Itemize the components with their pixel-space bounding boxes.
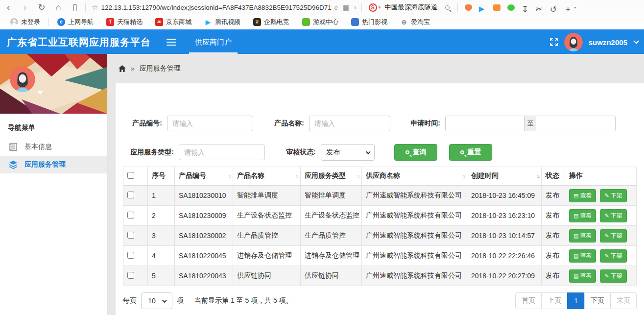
play-icon[interactable]: ▶ [477, 2, 488, 13]
address-bar[interactable]: 122.13.1.153:12790/wc/index;jsessionid=F… [101, 4, 331, 11]
search-icon[interactable] [445, 5, 450, 10]
bookmark-jd[interactable]: JD 京东商城 [149, 15, 198, 29]
username[interactable]: suwzn2005 [589, 38, 627, 47]
login-status[interactable]: 未登录 [4, 15, 47, 29]
bookmark-penguin-esports[interactable]: ♛ 企鹅电竞 [247, 15, 296, 29]
actions-cell: ▤查看✎下架 [565, 226, 637, 246]
column-header[interactable]: 供应商名称 ↑↓ [362, 167, 467, 186]
scissors-icon[interactable]: ✂ [534, 2, 545, 13]
next-page-button[interactable]: 下页 [584, 292, 611, 309]
last-page-button[interactable]: 末页 [610, 292, 637, 309]
bookmark-tmall[interactable]: T 天猫精选 [100, 15, 149, 29]
undo-icon[interactable]: ↺ [548, 2, 559, 13]
undo-caret-icon[interactable]: ▾ [574, 5, 576, 10]
sort-icon[interactable]: ↑↓ [536, 173, 539, 179]
pagination-summary: 当前显示第 1 至 5 项，共 5 项。 [194, 296, 293, 305]
column-header[interactable]: 操作 ↑↓ [565, 167, 637, 186]
forward-icon[interactable]: › [17, 0, 33, 15]
chat-icon[interactable] [505, 2, 516, 13]
row-checkbox[interactable] [127, 272, 134, 279]
takedown-button[interactable]: ✎下架 [600, 229, 626, 242]
game-icon[interactable] [463, 2, 474, 13]
product-code-input[interactable] [167, 116, 253, 131]
qr-code-icon[interactable]: ▦ [343, 3, 349, 11]
view-button[interactable]: ▤查看 [569, 189, 596, 202]
search-engine-caret-icon[interactable]: ▾ [379, 5, 381, 10]
apply-time-start-input[interactable] [445, 116, 525, 131]
pencil-icon: ✎ [604, 273, 609, 279]
avatar-caret-icon[interactable] [37, 91, 43, 95]
search-engine-icon[interactable]: S [369, 3, 377, 12]
takedown-button[interactable]: ✎下架 [600, 189, 626, 202]
sidebar-avatar[interactable] [10, 67, 35, 92]
column-label: 产品编号 [179, 171, 206, 179]
reset-button[interactable]: 重置 [449, 144, 492, 161]
service-type-input[interactable] [179, 145, 265, 160]
row-checkbox[interactable] [127, 252, 134, 259]
bookmark-game-center[interactable]: 游戏中心 [296, 15, 345, 29]
bookmark-wangdaohang[interactable]: e 上网导航 [51, 15, 100, 29]
status-cell: 发布 [542, 206, 565, 226]
main-content: » 应用服务管理 产品编号: 产品名称: 申请时间: 至 应用服务类型: [108, 54, 644, 315]
plus-icon[interactable]: ＋ [562, 2, 573, 13]
view-button[interactable]: ▤查看 [569, 249, 596, 263]
view-button[interactable]: ▤查看 [569, 269, 596, 283]
current-page-button[interactable]: 1 [567, 292, 585, 309]
column-header[interactable]: 产品编号 ↑↓ [175, 167, 233, 186]
user-menu-caret-icon[interactable] [633, 38, 639, 44]
tab-supplier-portal[interactable]: 供应商门户 [189, 30, 238, 54]
takedown-button[interactable]: ✎下架 [600, 249, 626, 263]
sort-icon[interactable]: ↑↓ [357, 173, 359, 179]
sort-icon[interactable]: ↑↓ [295, 173, 298, 179]
home-icon[interactable] [119, 65, 126, 72]
product-name-input[interactable] [309, 116, 390, 131]
fullscreen-icon[interactable] [549, 38, 558, 47]
bookmark-hot-movies[interactable]: 热门影视 [345, 15, 394, 29]
date-range-to-label: 至 [525, 116, 536, 131]
camera-icon[interactable] [491, 2, 502, 13]
column-header[interactable]: 序号 ↑↓ [148, 167, 175, 186]
user-avatar[interactable] [564, 33, 583, 51]
sidebar-item-app-service-mgmt[interactable]: 应用服务管理 [0, 156, 107, 173]
row-checkbox[interactable] [127, 212, 134, 218]
ie-mode-icon[interactable]: e [334, 4, 337, 11]
sort-icon[interactable]: ↑↓ [228, 173, 230, 179]
reader-mode-icon[interactable]: ▯ [67, 0, 83, 15]
column-header[interactable]: 创建时间 ↑↓ [467, 167, 542, 186]
prev-page-button[interactable]: 上页 [541, 292, 568, 309]
back-icon[interactable]: ‹ [0, 0, 17, 15]
sidebar-item-basic-info[interactable]: 基本信息 [0, 138, 107, 156]
column-header[interactable]: 状态 ↑↓ [542, 167, 565, 186]
per-page-select[interactable]: 10 [141, 292, 172, 309]
view-button[interactable]: ▤查看 [569, 209, 596, 222]
download-icon[interactable]: ↧ [520, 2, 530, 13]
takedown-button[interactable]: ✎下架 [600, 209, 626, 222]
extensions-chevron-icon[interactable]: › [354, 3, 357, 11]
bookmark-aitaobao[interactable]: ⊕ 爱淘宝 [394, 15, 436, 29]
sort-icon[interactable]: ↑↓ [462, 173, 464, 179]
bookmark-tencent-video[interactable]: ▶ 腾讯视频 [198, 15, 247, 29]
bookmark-star-icon[interactable]: ☆ [92, 3, 98, 12]
bookmark-label: 游戏中心 [313, 18, 338, 26]
column-header[interactable]: 应用服务类型 ↑↓ [301, 167, 362, 186]
refresh-icon[interactable]: ↻ [33, 0, 50, 15]
bookmark-label: 上网导航 [68, 18, 94, 26]
view-button[interactable]: ▤查看 [569, 229, 596, 242]
row-checkbox[interactable] [127, 232, 134, 239]
audit-status-select[interactable]: 发布 [321, 144, 375, 161]
column-header[interactable]: 产品名称 ↑↓ [233, 167, 301, 186]
divider [361, 3, 362, 12]
sidebar-item-label: 应用服务管理 [24, 160, 66, 169]
menu-toggle-icon[interactable] [167, 37, 176, 48]
apply-time-end-input[interactable] [536, 116, 616, 131]
first-page-button[interactable]: 首页 [515, 292, 542, 309]
home-icon[interactable]: ⌂ [50, 0, 67, 15]
search-query[interactable]: 中国最深海底隧道 [384, 3, 437, 12]
list-icon: ▤ [573, 193, 578, 199]
search-box[interactable]: S ▾ 中国最深海底隧道 [369, 3, 456, 12]
bookmark-icon: ⊕ [400, 18, 408, 26]
row-checkbox[interactable] [127, 192, 134, 198]
select-all-checkbox[interactable] [127, 172, 134, 179]
takedown-button[interactable]: ✎下架 [600, 269, 626, 283]
search-button[interactable]: 查询 [394, 144, 437, 161]
